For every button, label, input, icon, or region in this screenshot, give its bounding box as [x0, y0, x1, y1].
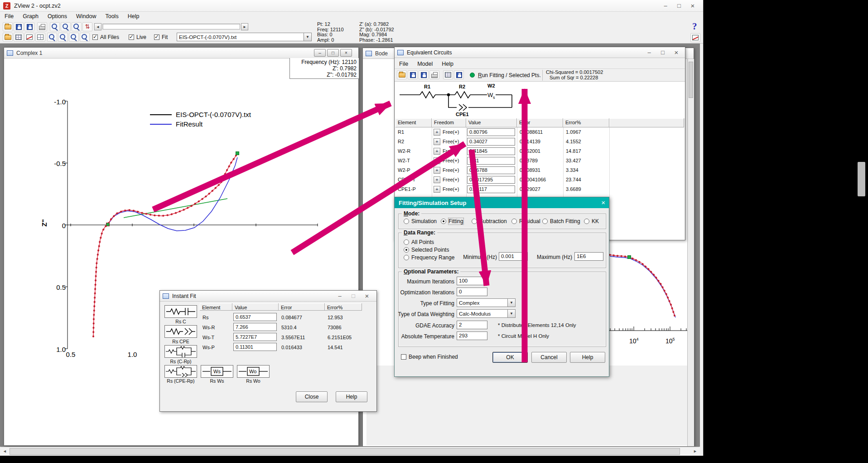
close-button[interactable]: Close	[296, 391, 328, 402]
minimize-button[interactable]	[333, 291, 347, 301]
point-step-right-button[interactable]	[241, 23, 248, 30]
maximize-button[interactable]: □	[327, 49, 339, 57]
col-value[interactable]: Value	[232, 303, 279, 311]
chevron-down-icon[interactable]	[507, 310, 515, 317]
col-freedom[interactable]: Freedom	[432, 118, 466, 127]
ec-value-input[interactable]: 0.41845	[467, 147, 515, 155]
optimization-iterations-input[interactable]: 0	[457, 288, 487, 296]
zoom-out-button[interactable]	[61, 22, 71, 31]
ec-freedom[interactable]: Free(+)	[443, 186, 459, 192]
cancel-button[interactable]: Cancel	[531, 352, 567, 363]
ec-freedom[interactable]: Free(+)	[443, 139, 459, 144]
data-weighting-select[interactable]: Calc-Modulus	[457, 309, 516, 318]
horizontal-scrollbar[interactable]	[0, 447, 699, 455]
scrollbar-thumb[interactable]	[689, 62, 693, 98]
print-button[interactable]	[37, 22, 47, 31]
freedom-button[interactable]	[434, 176, 440, 183]
maximize-button[interactable]	[656, 48, 670, 58]
radio-residual[interactable]: Residual	[511, 218, 540, 224]
zoom-3-button[interactable]	[69, 33, 79, 42]
live-checkbox[interactable]: Live	[129, 34, 146, 40]
chevron-down-icon[interactable]	[304, 33, 311, 41]
circuit-button-rs-cpe-rp[interactable]	[164, 365, 197, 378]
freedom-button[interactable]	[434, 129, 440, 136]
graph-button[interactable]	[24, 33, 34, 42]
data-file-combobox[interactable]: EIS-OPCT-(-0.0707V).txt	[177, 33, 312, 41]
col-value[interactable]: Value	[466, 118, 517, 127]
ec-freedom[interactable]: Free(+)	[443, 167, 459, 173]
save-button[interactable]	[14, 22, 24, 31]
maximize-button[interactable]	[672, 1, 686, 11]
if-value-input[interactable]: 0.11301	[233, 343, 277, 351]
point-slider[interactable]	[102, 24, 240, 29]
type-of-fitting-select[interactable]: Complex	[457, 298, 516, 307]
data-table-button[interactable]	[14, 33, 24, 42]
instant-fit-dialog[interactable]: Instant Fit Rs C Rs CPE Rs (C-Rp)	[159, 290, 377, 412]
circuit-diagram-area[interactable]: R1 R2 W2 W s CPE1	[395, 82, 685, 118]
freedom-button[interactable]	[434, 157, 440, 164]
open-button[interactable]	[3, 22, 13, 31]
minimize-button[interactable]	[642, 48, 656, 58]
ec-titlebar[interactable]: Equivalent Circuits	[395, 47, 685, 58]
scroll-left-button[interactable]	[1, 448, 9, 455]
ec-save-as-button[interactable]	[419, 70, 429, 79]
beep-checkbox[interactable]: Beep when Finished	[401, 354, 458, 360]
ec-value-input[interactable]: 0.26788	[467, 166, 515, 174]
ec-freedom[interactable]: Free(+)	[443, 177, 459, 182]
absolute-temperature-input[interactable]: 293	[457, 331, 487, 340]
menu-file[interactable]: File	[0, 12, 18, 21]
instant-fit-titlebar[interactable]: Instant Fit	[160, 291, 376, 302]
zoom-4-button[interactable]	[80, 33, 90, 42]
circuit-button-rs-c-rp[interactable]	[164, 345, 197, 358]
close-button[interactable]	[686, 1, 699, 11]
radio-subtraction[interactable]: Subtraction	[472, 218, 507, 224]
freedom-button[interactable]	[434, 138, 440, 145]
zoom-in-button[interactable]	[50, 22, 60, 31]
fitting-setup-dialog[interactable]: Fitting/Simulation Setup × Mode: Simulat…	[394, 197, 609, 377]
col-element[interactable]: Element	[395, 118, 432, 127]
maximum-hz-input[interactable]: 1E6	[574, 252, 603, 261]
ec-freedom[interactable]: Free(+)	[443, 158, 459, 163]
ec-menu-model[interactable]: Model	[413, 59, 437, 68]
scrollbar-fragment[interactable]	[858, 162, 865, 196]
circuit-button-rs-ws[interactable]: Ws	[201, 365, 233, 378]
max-iterations-input[interactable]: 100	[457, 277, 487, 285]
col-element[interactable]: Element	[200, 303, 232, 311]
radio-selected-points[interactable]: Selected Points	[404, 247, 449, 253]
refresh-graph-button[interactable]	[690, 33, 700, 42]
maximize-button[interactable]	[347, 291, 360, 301]
radio-simulation[interactable]: Simulation	[404, 218, 437, 224]
ec-value-input[interactable]: 1.31	[467, 157, 515, 165]
radio-fitting[interactable]: Fitting	[441, 218, 463, 224]
freedom-button[interactable]	[434, 148, 440, 155]
menu-help[interactable]: Help	[123, 12, 144, 21]
ec-model-save-button[interactable]	[454, 70, 464, 79]
radio-batch-fitting[interactable]: Batch Fitting	[542, 218, 580, 224]
all-files-checkbox[interactable]: All Files	[92, 34, 119, 40]
ec-freedom[interactable]: Free(+)	[443, 129, 459, 135]
menu-options[interactable]: Options	[43, 12, 72, 21]
open-data-button[interactable]	[3, 33, 13, 42]
save-all-button[interactable]	[24, 22, 34, 31]
close-button[interactable]	[670, 48, 683, 58]
scrollbar-thumb[interactable]	[10, 448, 680, 455]
minimum-hz-input[interactable]: 0.001	[499, 252, 528, 261]
point-step-left-button[interactable]	[94, 23, 101, 30]
ec-save-button[interactable]	[408, 70, 418, 79]
close-icon[interactable]: ×	[601, 199, 605, 206]
ec-menu-file[interactable]: File	[395, 59, 413, 68]
ec-open-button[interactable]	[397, 70, 407, 79]
ec-menu-help[interactable]: Help	[437, 59, 458, 68]
tile-windows-button[interactable]	[35, 33, 45, 42]
if-value-input[interactable]: 5.7227E7	[233, 333, 277, 341]
ec-freedom[interactable]: Free(+)	[443, 148, 459, 154]
zoom-select-button[interactable]	[72, 22, 82, 31]
freedom-button[interactable]	[434, 167, 440, 174]
ec-value-input[interactable]: 0.0017295	[467, 176, 515, 184]
fitting-setup-titlebar[interactable]: Fitting/Simulation Setup ×	[395, 197, 609, 208]
run-fitting-button[interactable]: Run Fitting / Selected Pts.	[478, 72, 541, 78]
fit-checkbox[interactable]: Fit	[154, 34, 168, 40]
gdae-accuracy-input[interactable]: 2	[457, 321, 487, 329]
radio-kk[interactable]: KK	[584, 218, 599, 224]
circuit-button-rs-c[interactable]	[164, 305, 197, 318]
